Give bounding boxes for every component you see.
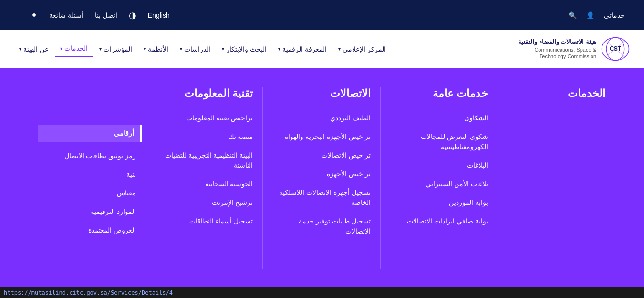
list-item[interactable]: الموارد الترقيمية [38,207,136,217]
chevron-down-icon: ▾ [60,46,62,51]
it-links: تراخيص تقنية المعلومات منصة تك البيئة ال… [155,113,253,226]
list-item[interactable]: الطيف الترددي [272,113,370,123]
list-item[interactable]: بوابة الموردين [390,198,488,208]
contrast-icon[interactable]: ◑ [129,10,136,21]
dropdown-column-general-services: خدمات عامة الشكاوى شكوى التعرض للمجالات … [381,87,498,269]
top-bar: خدماتي 👤 🔍 English ◑ اتصل بنا أسئلة شائع… [0,0,644,30]
logo-text: هيئة الاتصالات والفضاء والتقنية Communic… [518,38,596,60]
chevron-down-icon: ▾ [19,46,21,52]
nav-item-media-center[interactable]: المركز الإعلامي ▾ [333,42,391,57]
list-item[interactable]: شكوى التعرض للمجالات الكهرومغناطيسية [390,132,488,152]
dropdown-column-it-left: تقنية المعلومات تراخيص تقنية المعلومات م… [145,87,263,269]
list-item[interactable]: تراخيص الاتصالات [272,150,370,160]
chevron-down-icon: ▾ [99,46,102,52]
list-item[interactable]: تراخيص تقنية المعلومات [155,113,253,123]
list-item[interactable]: رمز توثيق بطاقات الاتصال [38,151,136,161]
list-item[interactable]: البلاغات [390,160,488,170]
general-services-links: الشكاوى شكوى التعرض للمجالات الكهرومغناط… [390,113,488,226]
list-item[interactable]: مقياس [38,188,136,198]
status-bar: https://mutasilind.citc.gov.sa/Services/… [0,287,644,288]
dropdown-panel: الخدمات خدمات عامة الشكاوى شكوى التعرض ل… [0,68,644,288]
logo-arabic: هيئة الاتصالات والفضاء والتقنية [518,38,596,46]
nav-item-systems[interactable]: الأنظمة ▾ [139,42,173,57]
telecom-links: الطيف الترددي تراخيص الأجهزة البحرية وال… [272,113,370,236]
chevron-down-icon: ▾ [278,46,280,52]
nav-logo: CST هيئة الاتصالات والفضاء والتقنية Comm… [518,36,630,62]
dropdown-column-services-title: الخدمات [498,87,615,269]
list-item[interactable]: منصة تك [155,132,253,142]
chevron-down-icon: ▾ [222,46,224,52]
nav-item-indicators[interactable]: المؤشرات ▾ [94,42,137,57]
list-item[interactable]: تسجيل طلبات توفير خدمة الاتصالات [272,216,370,236]
nav-item-studies[interactable]: الدراسات ▾ [175,42,215,57]
search-icon[interactable]: 🔍 [569,11,577,19]
nav-item-services[interactable]: الخدمات ▾ [55,41,93,57]
list-item[interactable]: بوابة صافي ايرادات الاتصالات [390,216,488,226]
list-item[interactable]: تراخيص الأجهزة البحرية والهواة [272,132,370,142]
column-title-general: خدمات عامة [390,87,488,100]
top-bar-right: English ◑ اتصل بنا أسئلة شائعة ✦ [19,10,170,21]
column-title-it: تقنية المعلومات [155,87,253,100]
nav-item-research-innovation[interactable]: البحث والابتكار ▾ [217,42,271,57]
nav-bar: CST هيئة الاتصالات والفضاء والتقنية Comm… [0,30,644,68]
list-item[interactable]: ترشيح الإنترنت [155,198,253,208]
dropdown-column-telecom: الاتصالات الطيف الترددي تراخيص الأجهزة ا… [263,87,380,269]
android-icon[interactable]: ✦ [31,10,38,21]
it-right-links: أرقامي رمز توثيق بطاقات الاتصال بنية مقي… [38,125,136,235]
top-bar-left: خدماتي 👤 🔍 [569,11,625,19]
list-item[interactable]: العروض المعتمدة [38,225,136,235]
list-item-arqami[interactable]: أرقامي [38,125,142,142]
my-services-link[interactable]: خدماتي [604,11,625,19]
column-title-telecom: الاتصالات [272,87,370,100]
chevron-down-icon: ▾ [338,46,341,52]
english-link[interactable]: English [148,11,170,19]
list-item[interactable]: بنية [38,170,136,180]
nav-item-about[interactable]: عن الهيئة ▾ [14,42,53,57]
svg-text:CST: CST [610,45,622,52]
cst-logo-icon: CST [601,36,630,62]
contact-link[interactable]: اتصل بنا [95,11,117,19]
list-item[interactable]: البيئة التنظيمية التجريبية للتقنيات النا… [155,150,253,170]
column-title-services: الخدمات [508,87,605,100]
list-item[interactable]: الحوسبة السحابية [155,179,253,189]
chevron-down-icon: ▾ [144,46,146,52]
user-icon: 👤 [586,11,594,19]
list-item[interactable]: تسجيل أجهزة الاتصالات اللاسلكية الخاصة [272,188,370,208]
nav-item-digital-knowledge[interactable]: المعرفة الرقمية ▾ [273,42,332,57]
list-item[interactable]: تسجيل أسماء النطاقات [155,216,253,226]
chevron-down-icon: ▾ [180,46,182,52]
list-item[interactable]: بلاغات الأمن السيبراني [390,179,488,189]
dropdown-column-it-right: أرقامي رمز توثيق بطاقات الاتصال بنية مقي… [29,87,145,269]
list-item[interactable]: تراخيص الأجهزة [272,169,370,179]
logo-english: Communications, Space & Technology Commi… [518,46,596,60]
faq-link[interactable]: أسئلة شائعة [49,11,83,19]
column-title-empty [38,87,136,111]
list-item[interactable]: الشكاوى [390,113,488,123]
nav-links: المركز الإعلامي ▾ المعرفة الرقمية ▾ البح… [14,41,391,57]
